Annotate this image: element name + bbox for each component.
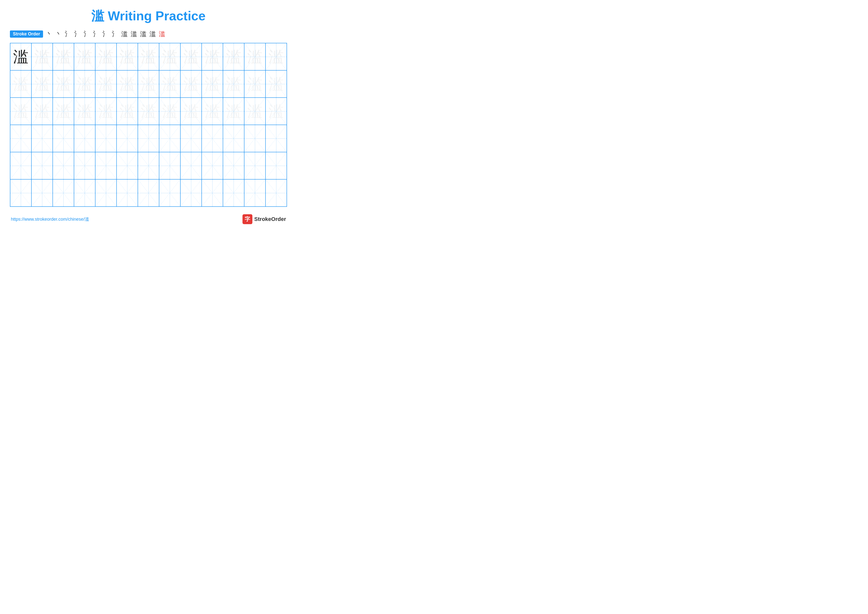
grid-cell[interactable] xyxy=(180,125,202,152)
grid-cell[interactable] xyxy=(95,125,116,152)
grid-cell[interactable] xyxy=(180,152,202,179)
grid-cell[interactable] xyxy=(244,179,265,207)
grid-cell[interactable]: 滥 xyxy=(202,98,223,125)
grid-cell[interactable] xyxy=(265,179,287,207)
grid-cell[interactable] xyxy=(10,125,31,152)
grid-cell[interactable] xyxy=(31,179,53,207)
svg-line-87 xyxy=(96,125,116,152)
grid-cell[interactable] xyxy=(180,179,202,207)
grid-cell[interactable]: 滥 xyxy=(74,43,95,70)
grid-cell[interactable] xyxy=(53,125,74,152)
practice-char: 滥 xyxy=(183,76,199,92)
practice-char: 滥 xyxy=(162,76,177,92)
grid-cell[interactable]: 滥 xyxy=(116,70,138,98)
grid-cell[interactable] xyxy=(159,179,180,207)
grid-cell[interactable] xyxy=(223,125,244,152)
grid-cell[interactable] xyxy=(138,152,159,179)
practice-char: 滥 xyxy=(226,49,241,64)
grid-cell[interactable] xyxy=(10,152,31,179)
grid-cell[interactable]: 滥 xyxy=(180,43,202,70)
grid-cell[interactable] xyxy=(244,152,265,179)
grid-cell[interactable]: 滥 xyxy=(116,98,138,125)
grid-cell[interactable] xyxy=(31,152,53,179)
grid-cell[interactable]: 滥 xyxy=(159,98,180,125)
grid-cell[interactable]: 滥 xyxy=(74,70,95,98)
practice-char: 滥 xyxy=(247,76,262,92)
grid-cell[interactable]: 滥 xyxy=(95,98,116,125)
grid-cell[interactable] xyxy=(31,125,53,152)
grid-cell[interactable] xyxy=(116,152,138,179)
grid-cell[interactable]: 滥 xyxy=(31,43,53,70)
practice-char: 滥 xyxy=(77,104,92,119)
grid-cell[interactable]: 滥 xyxy=(244,98,265,125)
grid-cell[interactable]: 滥 xyxy=(265,43,287,70)
grid-cell[interactable]: 滥 xyxy=(244,70,265,98)
grid-cell[interactable]: 滥 xyxy=(10,70,31,98)
svg-line-86 xyxy=(96,125,116,152)
practice-char: 滥 xyxy=(141,49,156,64)
grid-cell[interactable] xyxy=(138,125,159,152)
grid-cell[interactable]: 滥 xyxy=(265,70,287,98)
grid-cell[interactable] xyxy=(10,179,31,207)
grid-cell[interactable]: 滥 xyxy=(74,98,95,125)
grid-cell[interactable]: 滥 xyxy=(31,70,53,98)
grid-cell[interactable]: 滥 xyxy=(180,98,202,125)
grid-cell[interactable]: 滥 xyxy=(202,43,223,70)
grid-cell[interactable] xyxy=(265,152,287,179)
svg-line-117 xyxy=(138,152,159,179)
grid-cell[interactable]: 滥 xyxy=(138,43,159,70)
grid-cell[interactable] xyxy=(53,179,74,207)
grid-cell[interactable]: 滥 xyxy=(53,70,74,98)
practice-char: 滥 xyxy=(34,104,50,119)
svg-line-102 xyxy=(266,125,287,152)
grid-cell[interactable]: 滥 xyxy=(95,70,116,98)
grid-cell[interactable]: 滥 xyxy=(95,43,116,70)
svg-line-109 xyxy=(53,152,74,179)
grid-cell[interactable] xyxy=(202,125,223,152)
grid-cell[interactable] xyxy=(116,179,138,207)
svg-line-146 xyxy=(181,180,202,206)
grid-cell[interactable] xyxy=(159,152,180,179)
grid-cell[interactable] xyxy=(244,125,265,152)
grid-cell[interactable]: 滥 xyxy=(159,43,180,70)
grid-cell[interactable]: 滥 xyxy=(10,98,31,125)
grid-cell[interactable]: 滥 xyxy=(180,70,202,98)
grid-cell[interactable]: 滥 xyxy=(10,43,31,70)
practice-char: 滥 xyxy=(119,104,135,119)
grid-cell[interactable]: 滥 xyxy=(31,98,53,125)
grid-cell[interactable]: 滥 xyxy=(138,98,159,125)
grid-cell[interactable] xyxy=(202,152,223,179)
grid-cell[interactable]: 滥 xyxy=(53,43,74,70)
grid-cell[interactable] xyxy=(138,179,159,207)
grid-cell[interactable] xyxy=(74,179,95,207)
grid-cell[interactable] xyxy=(202,179,223,207)
grid-cell[interactable]: 滥 xyxy=(138,70,159,98)
svg-line-111 xyxy=(74,152,95,179)
grid-cell[interactable] xyxy=(159,125,180,152)
svg-line-110 xyxy=(74,152,95,179)
grid-cell[interactable]: 滥 xyxy=(223,70,244,98)
grid-cell[interactable]: 滥 xyxy=(223,43,244,70)
grid-cell[interactable] xyxy=(223,152,244,179)
grid-cell[interactable] xyxy=(53,152,74,179)
svg-line-120 xyxy=(181,152,202,179)
grid-cell[interactable] xyxy=(74,152,95,179)
grid-cell[interactable] xyxy=(74,125,95,152)
practice-char: 滥 xyxy=(56,104,71,119)
grid-cell[interactable] xyxy=(95,152,116,179)
grid-cell[interactable]: 滥 xyxy=(223,98,244,125)
grid-cell[interactable] xyxy=(265,125,287,152)
grid-cell[interactable]: 滥 xyxy=(202,70,223,98)
grid-cell[interactable]: 滥 xyxy=(265,98,287,125)
grid-cell[interactable] xyxy=(223,179,244,207)
practice-char: 滥 xyxy=(13,76,28,92)
grid-cell[interactable]: 滥 xyxy=(116,43,138,70)
grid-cell[interactable] xyxy=(116,125,138,152)
grid-cell[interactable]: 滥 xyxy=(53,98,74,125)
svg-line-105 xyxy=(10,152,31,179)
svg-line-144 xyxy=(160,180,180,206)
grid-cell[interactable]: 滥 xyxy=(244,43,265,70)
grid-cell[interactable] xyxy=(95,179,116,207)
grid-cell[interactable]: 滥 xyxy=(159,70,180,98)
footer-brand: 字 StrokeOrder xyxy=(242,214,286,224)
